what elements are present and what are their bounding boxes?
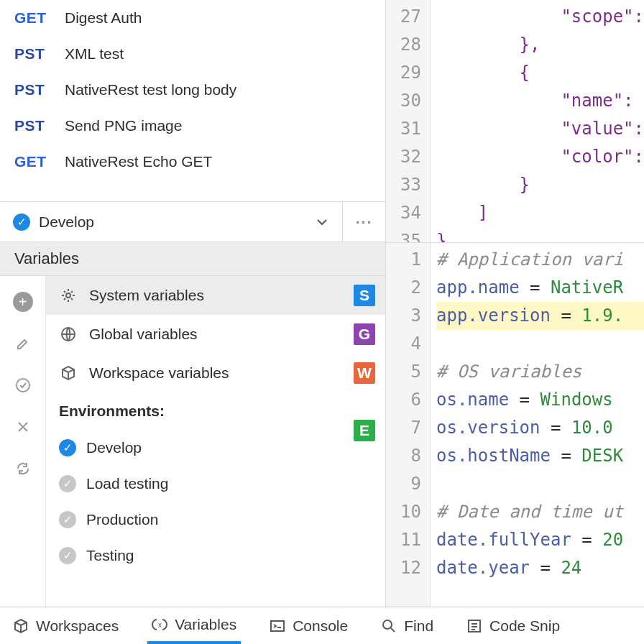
tab-workspaces[interactable]: Workspaces [9,607,123,644]
environment-name: Production [86,511,158,528]
more-button[interactable]: ··· [342,202,385,242]
scope-badge: W [354,362,375,384]
http-method-badge: PST [14,117,49,134]
variable-scope-list: System variablesSGlobal variablesGWorksp… [46,276,385,607]
check-icon: ✓ [13,213,30,231]
http-method-badge: PST [14,81,49,98]
scope-label: Global variables [89,326,372,343]
environment-item[interactable]: ✓Develop [46,430,385,466]
check-icon: ✓ [59,547,76,564]
tab-label: Code Snip [489,617,560,635]
refresh-icon[interactable] [13,459,33,479]
request-name: Digest Auth [65,9,142,27]
environment-bar: ✓ Develop ··· [0,201,385,242]
http-method-badge: PST [14,45,49,63]
request-list: GETDigest AuthPSTXML testPSTNativeRest t… [0,0,385,201]
svg-point-1 [66,293,70,298]
variable-scope-row[interactable]: System variablesS [46,276,385,315]
tab-find[interactable]: Find [377,607,438,644]
code-editor-bottom[interactable]: 123456789101112 # Application variapp.na… [386,242,644,607]
svg-point-5 [383,620,392,629]
scope-badge: S [354,285,375,306]
chevron-down-icon[interactable] [315,215,329,229]
variables-rail: + [0,276,46,607]
env-badge: E [354,420,375,441]
scope-label: Workspace variables [89,364,372,382]
request-name: XML test [65,45,124,63]
scope-label: System variables [89,287,372,304]
tab-label: Variables [175,616,236,633]
request-row[interactable]: PSTSend PNG image [0,108,385,144]
environment-picker[interactable]: ✓ Develop [0,213,342,231]
svg-point-0 [17,379,29,392]
request-name: NativeRest test long body [65,81,236,98]
snippet-icon [466,618,482,634]
environment-name: Testing [86,547,134,564]
box-icon [59,365,78,381]
request-name: NativeRest Echo GET [65,153,212,170]
request-row[interactable]: PSTNativeRest test long body [0,72,385,108]
code-editor-top[interactable]: 272829303132333435 "scope": }, { "name":… [386,0,644,242]
tab-code-snip[interactable]: Code Snip [462,607,564,644]
variables-header: Variables [0,242,385,276]
request-name: Send PNG image [65,117,182,134]
tab-variables[interactable]: xVariables [147,607,241,644]
request-row[interactable]: PSTXML test [0,36,385,72]
gear-icon [59,288,78,303]
check-icon: ✓ [59,511,76,528]
edit-icon[interactable] [13,334,33,354]
request-row[interactable]: GETDigest Auth [0,0,385,36]
tab-label: Find [404,617,433,635]
add-icon[interactable]: + [13,292,33,312]
paren-icon: x [152,617,167,632]
tab-console[interactable]: Console [265,607,352,644]
scope-badge: G [354,323,375,345]
http-method-badge: GET [14,153,49,170]
environments-header: Environments:E [46,392,385,430]
check-icon: ✓ [59,475,76,492]
tab-label: Workspaces [36,617,119,635]
variable-scope-row[interactable]: Global variablesG [46,315,385,354]
svg-rect-4 [271,621,284,631]
environment-selected: Develop [39,213,94,231]
environment-name: Load testing [86,475,168,492]
check-circle-icon[interactable] [13,375,33,395]
term-icon [270,618,285,634]
tab-label: Console [293,617,348,635]
box-icon [13,618,29,634]
environment-item[interactable]: ✓Load testing [46,466,385,502]
http-method-badge: GET [14,9,49,27]
variable-scope-row[interactable]: Workspace variablesW [46,354,385,392]
environment-name: Develop [86,439,142,456]
request-row[interactable]: GETNativeRest Echo GET [0,144,385,180]
bottom-tabs: WorkspacesxVariablesConsoleFindCode Snip [0,607,644,644]
svg-text:x: x [158,621,162,629]
search-icon [381,618,397,634]
close-icon[interactable] [13,417,33,437]
environment-item[interactable]: ✓Testing [46,538,385,574]
check-icon: ✓ [59,439,76,456]
globe-icon [59,326,78,342]
environment-item[interactable]: ✓Production [46,502,385,538]
